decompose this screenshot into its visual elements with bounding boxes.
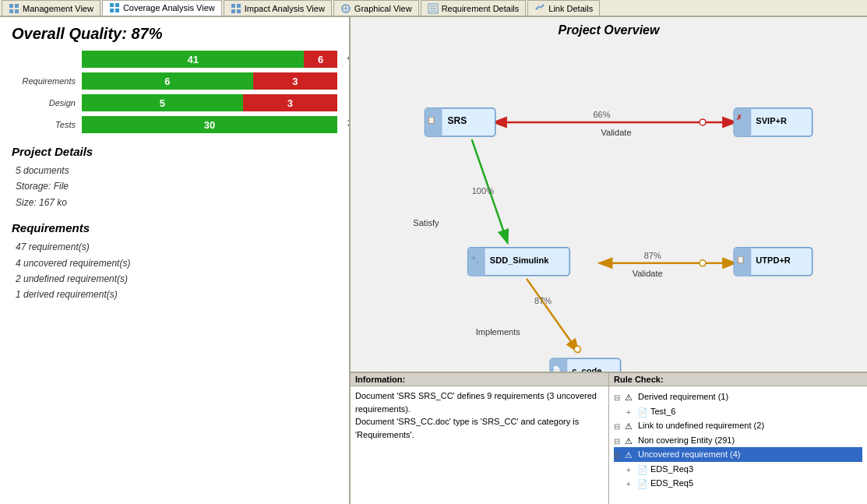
main-bar-row: 41 6 47	[12, 51, 337, 68]
tab-bar: Management View Coverage Analysis View I…	[0, 0, 867, 17]
tab-graphical[interactable]: Graphical View	[333, 0, 419, 16]
tree-expand-icon[interactable]: ⊟	[614, 449, 623, 459]
overall-quality: Overall Quality: 87%	[12, 25, 337, 43]
svg-rect-11	[237, 9, 241, 13]
management-icon	[9, 3, 19, 14]
tree-expand-icon[interactable]: ⊟	[614, 392, 623, 401]
requirement-detail-item: 4 uncovered requirement(s)	[16, 256, 337, 271]
requirements-title: Requirements	[12, 221, 337, 234]
graph-title: Project Overview	[351, 17, 867, 41]
tab-management[interactable]: Management View	[2, 0, 100, 16]
tab-impact[interactable]: Impact Analysis View	[224, 0, 332, 16]
tree-expand-icon[interactable]: ⊟	[614, 435, 623, 445]
rule-panel-content[interactable]: ⊟⚠Derived requirement (1)+📄Test_6⊟⚠Link …	[609, 386, 867, 504]
info-panel-content[interactable]: Document 'SRS SRS_CC' defines 9 requirem…	[351, 386, 608, 504]
svg-text:87%: 87%	[644, 251, 661, 260]
svg-text:Satisfy: Satisfy	[413, 218, 439, 227]
main-content: Overall Quality: 87% 41 6 47 Requirement…	[0, 17, 867, 504]
tab-coverage[interactable]: Coverage Analysis View	[102, 0, 222, 16]
svg-text:87%: 87%	[534, 296, 552, 305]
project-detail-item: Storage: File	[16, 178, 337, 194]
svg-rect-4	[110, 3, 114, 7]
info-text: Document 'SRS SRS_CC' defines 9 requirem…	[355, 389, 604, 441]
requirement-detail-item: 47 requirement(s)	[16, 239, 337, 255]
sub-bar-container: 639	[82, 72, 337, 90]
rule-tree-item[interactable]: +📄Test_6	[614, 404, 862, 419]
tree-item-icon: 📄	[637, 406, 648, 417]
svg-text:🔧: 🔧	[471, 255, 480, 264]
tree-item-label: Link to undefined requirement (2)	[638, 419, 764, 432]
sub-bar-row: Tests3030	[12, 116, 337, 133]
tree-item-label: Uncovered requirement (4)	[638, 448, 740, 461]
tab-link-details[interactable]: Link Details	[527, 0, 600, 16]
info-panel-header: Information:	[351, 373, 608, 386]
svg-rect-2	[9, 9, 13, 13]
rule-tree-item[interactable]: +📄EDS_Req3	[614, 462, 862, 477]
svg-text:UTPD+R: UTPD+R	[756, 256, 791, 265]
svg-text:Implements: Implements	[476, 327, 521, 337]
tree-item-label: EDS_Req5	[650, 477, 693, 490]
svg-text:✗: ✗	[736, 114, 742, 122]
sub-bar-red: 3	[243, 94, 337, 111]
project-details-title: Project Details	[12, 145, 337, 158]
sub-bar-label: Requirements	[12, 76, 82, 86]
tree-item-icon: 📄	[637, 478, 648, 488]
svg-text:📋: 📋	[427, 115, 436, 125]
chart-section: 41 6 47 Requirements639Design538Tests303…	[12, 51, 337, 133]
svg-point-35	[574, 346, 580, 352]
svg-point-31	[700, 260, 706, 266]
svg-point-24	[700, 119, 706, 125]
rule-panel: Rule Check: ⊟⚠Derived requirement (1)+📄T…	[609, 373, 867, 504]
svg-text:100%: 100%	[472, 186, 494, 196]
project-detail-item: 5 documents	[16, 163, 337, 178]
link-details-icon	[534, 3, 545, 14]
tree-expand-icon[interactable]: ⊟	[614, 421, 623, 430]
svg-text:📄: 📄	[552, 365, 562, 372]
rule-tree-item[interactable]: ⊟⚠Derived requirement (1)	[614, 389, 862, 404]
main-bar-container: 41 6 47	[82, 51, 337, 68]
svg-rect-3	[15, 9, 19, 13]
sub-bar-label: Tests	[12, 120, 82, 129]
svg-text:Validate: Validate	[601, 128, 631, 137]
req-details-icon	[428, 3, 439, 14]
project-details-list: 5 documentsStorage: FileSize: 167 ko	[12, 163, 337, 210]
sub-bar-container: 538	[82, 94, 337, 111]
graph-area: Project Overview	[351, 17, 867, 372]
tree-item-label: Derived requirement (1)	[638, 390, 728, 404]
impact-icon	[231, 3, 241, 14]
svg-rect-10	[231, 9, 235, 13]
right-panel: Project Overview	[351, 17, 867, 504]
requirement-detail-item: 1 derived requirement(s)	[16, 287, 337, 302]
sub-bar-green: 5	[82, 94, 243, 111]
rule-tree-item[interactable]: ⊟⚠Non covering Entity (291)	[614, 433, 862, 448]
tree-expand-icon[interactable]: +	[626, 464, 636, 474]
main-bar-green: 41	[82, 51, 304, 68]
sub-bar-red: 3	[253, 72, 337, 90]
tree-expand-icon[interactable]: +	[626, 407, 636, 416]
rule-tree: ⊟⚠Derived requirement (1)+📄Test_6⊟⚠Link …	[614, 389, 862, 491]
tree-expand-icon[interactable]: +	[626, 478, 636, 488]
tree-item-icon: ⚠	[625, 420, 636, 431]
svg-rect-5	[115, 3, 119, 7]
graphical-icon	[340, 3, 351, 14]
svg-text:SRS: SRS	[448, 115, 467, 126]
svg-text:📋: 📋	[736, 255, 745, 264]
svg-point-19	[536, 7, 538, 9]
sub-bar-row: Design538	[12, 94, 337, 111]
svg-text:Validate: Validate	[633, 269, 663, 278]
svg-rect-0	[9, 4, 13, 8]
svg-rect-6	[110, 9, 114, 12]
rule-tree-item[interactable]: ⊟⚠Link to undefined requirement (2)	[614, 418, 862, 433]
svg-text:66%: 66%	[593, 110, 610, 119]
info-panel: Information: Document 'SRS SRS_CC' defin…	[351, 373, 609, 504]
svg-text:SDD_Simulink: SDD_Simulink	[490, 256, 549, 265]
tree-item-label: EDS_Req3	[650, 463, 693, 476]
svg-point-20	[542, 4, 545, 6]
rule-tree-item[interactable]: +📄EDS_Req5	[614, 476, 862, 491]
svg-rect-41	[734, 108, 751, 136]
project-detail-item: Size: 167 ko	[16, 195, 337, 210]
sub-bar-green: 6	[82, 72, 253, 90]
tab-req-details[interactable]: Requirement Details	[421, 0, 527, 16]
tree-item-icon: ⚠	[625, 449, 636, 460]
rule-tree-item[interactable]: ⊟⚠Uncovered requirement (4)	[614, 447, 862, 462]
